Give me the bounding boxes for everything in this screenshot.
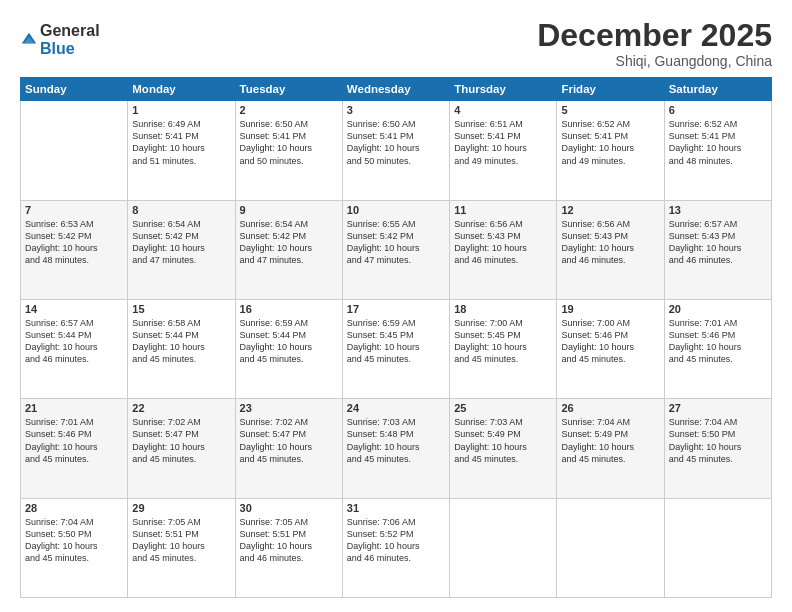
calendar-cell: 6Sunrise: 6:52 AM Sunset: 5:41 PM Daylig… xyxy=(664,101,771,200)
day-info: Sunrise: 7:03 AM Sunset: 5:48 PM Dayligh… xyxy=(347,416,445,465)
calendar-week-row: 1Sunrise: 6:49 AM Sunset: 5:41 PM Daylig… xyxy=(21,101,772,200)
calendar-week-row: 14Sunrise: 6:57 AM Sunset: 5:44 PM Dayli… xyxy=(21,299,772,398)
day-info: Sunrise: 6:59 AM Sunset: 5:44 PM Dayligh… xyxy=(240,317,338,366)
day-info: Sunrise: 6:54 AM Sunset: 5:42 PM Dayligh… xyxy=(240,218,338,267)
day-info: Sunrise: 6:49 AM Sunset: 5:41 PM Dayligh… xyxy=(132,118,230,167)
calendar-cell: 12Sunrise: 6:56 AM Sunset: 5:43 PM Dayli… xyxy=(557,200,664,299)
calendar-cell xyxy=(664,498,771,597)
logo-blue: Blue xyxy=(40,40,100,58)
col-header-friday: Friday xyxy=(557,78,664,101)
header: General Blue December 2025 Shiqi, Guangd… xyxy=(20,18,772,69)
page: General Blue December 2025 Shiqi, Guangd… xyxy=(0,0,792,612)
day-number: 29 xyxy=(132,502,230,514)
col-header-saturday: Saturday xyxy=(664,78,771,101)
calendar-cell xyxy=(21,101,128,200)
day-number: 2 xyxy=(240,104,338,116)
calendar-cell: 9Sunrise: 6:54 AM Sunset: 5:42 PM Daylig… xyxy=(235,200,342,299)
day-info: Sunrise: 6:52 AM Sunset: 5:41 PM Dayligh… xyxy=(669,118,767,167)
col-header-monday: Monday xyxy=(128,78,235,101)
day-number: 21 xyxy=(25,402,123,414)
day-info: Sunrise: 6:59 AM Sunset: 5:45 PM Dayligh… xyxy=(347,317,445,366)
day-number: 7 xyxy=(25,204,123,216)
calendar-cell: 3Sunrise: 6:50 AM Sunset: 5:41 PM Daylig… xyxy=(342,101,449,200)
calendar-cell: 19Sunrise: 7:00 AM Sunset: 5:46 PM Dayli… xyxy=(557,299,664,398)
day-number: 23 xyxy=(240,402,338,414)
day-number: 27 xyxy=(669,402,767,414)
calendar-cell: 11Sunrise: 6:56 AM Sunset: 5:43 PM Dayli… xyxy=(450,200,557,299)
day-info: Sunrise: 6:55 AM Sunset: 5:42 PM Dayligh… xyxy=(347,218,445,267)
calendar-cell: 28Sunrise: 7:04 AM Sunset: 5:50 PM Dayli… xyxy=(21,498,128,597)
calendar-cell: 20Sunrise: 7:01 AM Sunset: 5:46 PM Dayli… xyxy=(664,299,771,398)
day-number: 12 xyxy=(561,204,659,216)
calendar-cell: 5Sunrise: 6:52 AM Sunset: 5:41 PM Daylig… xyxy=(557,101,664,200)
day-info: Sunrise: 7:00 AM Sunset: 5:45 PM Dayligh… xyxy=(454,317,552,366)
calendar-cell: 23Sunrise: 7:02 AM Sunset: 5:47 PM Dayli… xyxy=(235,399,342,498)
day-number: 16 xyxy=(240,303,338,315)
day-info: Sunrise: 6:53 AM Sunset: 5:42 PM Dayligh… xyxy=(25,218,123,267)
col-header-wednesday: Wednesday xyxy=(342,78,449,101)
logo-general: General xyxy=(40,22,100,40)
calendar-cell xyxy=(557,498,664,597)
day-info: Sunrise: 6:50 AM Sunset: 5:41 PM Dayligh… xyxy=(240,118,338,167)
logo: General Blue xyxy=(20,22,100,57)
day-number: 8 xyxy=(132,204,230,216)
day-number: 1 xyxy=(132,104,230,116)
title-block: December 2025 Shiqi, Guangdong, China xyxy=(537,18,772,69)
calendar-cell: 25Sunrise: 7:03 AM Sunset: 5:49 PM Dayli… xyxy=(450,399,557,498)
day-number: 6 xyxy=(669,104,767,116)
calendar-cell: 18Sunrise: 7:00 AM Sunset: 5:45 PM Dayli… xyxy=(450,299,557,398)
calendar-week-row: 21Sunrise: 7:01 AM Sunset: 5:46 PM Dayli… xyxy=(21,399,772,498)
day-info: Sunrise: 6:57 AM Sunset: 5:43 PM Dayligh… xyxy=(669,218,767,267)
day-number: 5 xyxy=(561,104,659,116)
calendar-cell xyxy=(450,498,557,597)
day-number: 31 xyxy=(347,502,445,514)
calendar-cell: 4Sunrise: 6:51 AM Sunset: 5:41 PM Daylig… xyxy=(450,101,557,200)
calendar-week-row: 7Sunrise: 6:53 AM Sunset: 5:42 PM Daylig… xyxy=(21,200,772,299)
day-info: Sunrise: 6:52 AM Sunset: 5:41 PM Dayligh… xyxy=(561,118,659,167)
day-number: 4 xyxy=(454,104,552,116)
calendar-week-row: 28Sunrise: 7:04 AM Sunset: 5:50 PM Dayli… xyxy=(21,498,772,597)
day-info: Sunrise: 6:56 AM Sunset: 5:43 PM Dayligh… xyxy=(454,218,552,267)
calendar-cell: 14Sunrise: 6:57 AM Sunset: 5:44 PM Dayli… xyxy=(21,299,128,398)
day-number: 19 xyxy=(561,303,659,315)
calendar-cell: 31Sunrise: 7:06 AM Sunset: 5:52 PM Dayli… xyxy=(342,498,449,597)
day-number: 13 xyxy=(669,204,767,216)
calendar-cell: 22Sunrise: 7:02 AM Sunset: 5:47 PM Dayli… xyxy=(128,399,235,498)
calendar-cell: 2Sunrise: 6:50 AM Sunset: 5:41 PM Daylig… xyxy=(235,101,342,200)
month-title: December 2025 xyxy=(537,18,772,53)
day-info: Sunrise: 7:05 AM Sunset: 5:51 PM Dayligh… xyxy=(240,516,338,565)
day-info: Sunrise: 7:01 AM Sunset: 5:46 PM Dayligh… xyxy=(25,416,123,465)
day-info: Sunrise: 7:02 AM Sunset: 5:47 PM Dayligh… xyxy=(240,416,338,465)
day-info: Sunrise: 7:06 AM Sunset: 5:52 PM Dayligh… xyxy=(347,516,445,565)
day-number: 17 xyxy=(347,303,445,315)
day-info: Sunrise: 7:02 AM Sunset: 5:47 PM Dayligh… xyxy=(132,416,230,465)
day-number: 24 xyxy=(347,402,445,414)
day-info: Sunrise: 6:56 AM Sunset: 5:43 PM Dayligh… xyxy=(561,218,659,267)
calendar-table: SundayMondayTuesdayWednesdayThursdayFrid… xyxy=(20,77,772,598)
day-number: 18 xyxy=(454,303,552,315)
calendar-cell: 21Sunrise: 7:01 AM Sunset: 5:46 PM Dayli… xyxy=(21,399,128,498)
day-number: 10 xyxy=(347,204,445,216)
day-number: 20 xyxy=(669,303,767,315)
calendar-cell: 29Sunrise: 7:05 AM Sunset: 5:51 PM Dayli… xyxy=(128,498,235,597)
day-number: 28 xyxy=(25,502,123,514)
calendar-cell: 13Sunrise: 6:57 AM Sunset: 5:43 PM Dayli… xyxy=(664,200,771,299)
day-number: 14 xyxy=(25,303,123,315)
logo-text: General Blue xyxy=(40,22,100,57)
calendar-cell: 10Sunrise: 6:55 AM Sunset: 5:42 PM Dayli… xyxy=(342,200,449,299)
day-info: Sunrise: 6:50 AM Sunset: 5:41 PM Dayligh… xyxy=(347,118,445,167)
day-info: Sunrise: 6:51 AM Sunset: 5:41 PM Dayligh… xyxy=(454,118,552,167)
day-info: Sunrise: 7:05 AM Sunset: 5:51 PM Dayligh… xyxy=(132,516,230,565)
day-number: 3 xyxy=(347,104,445,116)
day-info: Sunrise: 6:58 AM Sunset: 5:44 PM Dayligh… xyxy=(132,317,230,366)
day-info: Sunrise: 7:00 AM Sunset: 5:46 PM Dayligh… xyxy=(561,317,659,366)
day-number: 9 xyxy=(240,204,338,216)
day-number: 15 xyxy=(132,303,230,315)
day-info: Sunrise: 6:54 AM Sunset: 5:42 PM Dayligh… xyxy=(132,218,230,267)
calendar-cell: 7Sunrise: 6:53 AM Sunset: 5:42 PM Daylig… xyxy=(21,200,128,299)
day-info: Sunrise: 7:04 AM Sunset: 5:49 PM Dayligh… xyxy=(561,416,659,465)
day-info: Sunrise: 6:57 AM Sunset: 5:44 PM Dayligh… xyxy=(25,317,123,366)
day-number: 11 xyxy=(454,204,552,216)
day-info: Sunrise: 7:04 AM Sunset: 5:50 PM Dayligh… xyxy=(25,516,123,565)
calendar-cell: 1Sunrise: 6:49 AM Sunset: 5:41 PM Daylig… xyxy=(128,101,235,200)
